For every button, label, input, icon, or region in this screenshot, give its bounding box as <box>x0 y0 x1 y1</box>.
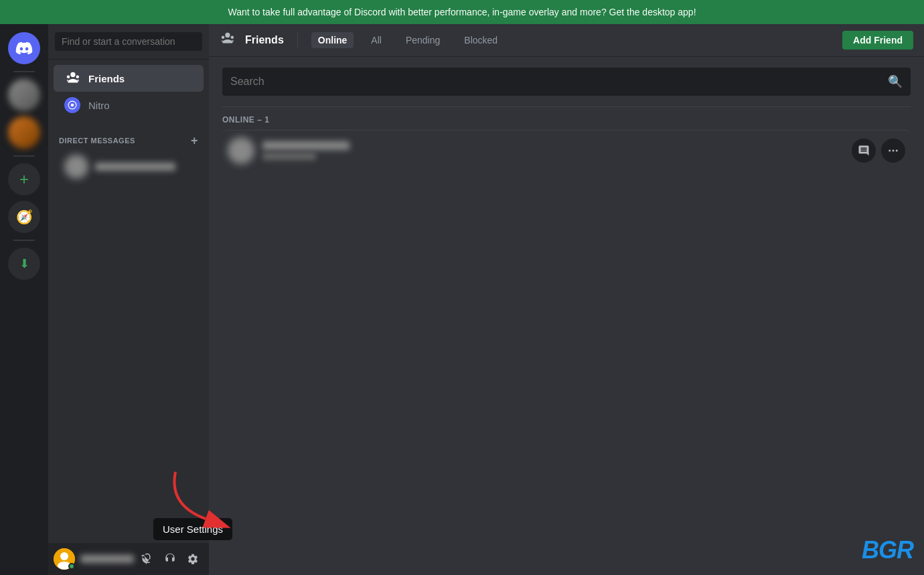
direct-messages-label: DIRECT MESSAGES <box>59 137 135 145</box>
dm-list-item[interactable] <box>54 149 204 184</box>
mute-button[interactable] <box>137 548 158 570</box>
tab-all[interactable]: All <box>364 32 388 48</box>
friend-avatar <box>228 137 254 164</box>
find-conversation-input[interactable] <box>55 32 202 51</box>
plus-icon: + <box>19 170 29 189</box>
dm-nav-items: Friends Nitro <box>48 60 209 124</box>
sidebar-item-friends[interactable]: Friends <box>54 65 204 92</box>
download-icon: ⬇ <box>19 256 29 271</box>
friends-label: Friends <box>88 73 125 84</box>
banner-text: Want to take full advantage of Discord w… <box>228 7 696 17</box>
add-friend-button[interactable]: Add Friend <box>842 31 913 50</box>
server-rail-separator-2 <box>13 155 35 157</box>
server-rail-separator-3 <box>13 240 35 241</box>
dm-username <box>95 163 175 171</box>
main-content: Friends Online All Pending Blocked Add F… <box>209 24 924 575</box>
svg-point-7 <box>893 150 895 152</box>
friend-status <box>262 153 316 160</box>
svg-point-8 <box>896 150 898 152</box>
svg-point-3 <box>60 552 68 560</box>
friends-header: Friends Online All Pending Blocked Add F… <box>209 24 924 57</box>
more-options-button[interactable] <box>881 139 905 163</box>
friend-actions <box>852 139 905 163</box>
user-avatar-container <box>54 548 75 570</box>
nitro-icon <box>64 97 80 113</box>
friends-body: 🔍 ONLINE – 1 <box>209 57 924 575</box>
friends-header-icon <box>220 31 234 50</box>
user-controls: User Settings <box>137 548 204 570</box>
dm-search-container[interactable] <box>48 24 209 60</box>
add-server-button[interactable]: + <box>8 163 40 195</box>
friends-page-title: Friends <box>245 34 284 46</box>
online-section-label: ONLINE – 1 <box>222 106 911 125</box>
server-rail-separator <box>13 71 35 72</box>
sidebar-item-nitro[interactable]: Nitro <box>54 92 204 118</box>
friends-icon <box>64 70 80 86</box>
tab-blocked[interactable]: Blocked <box>457 32 504 48</box>
server-icon-blurred-1[interactable] <box>8 79 40 111</box>
online-status-dot <box>68 563 75 570</box>
desktop-app-banner: Want to take full advantage of Discord w… <box>0 0 924 24</box>
search-icon: 🔍 <box>888 74 903 89</box>
friend-info <box>262 141 852 160</box>
header-divider <box>297 32 298 48</box>
download-apps-button[interactable]: ⬇ <box>8 248 40 280</box>
friends-search-input[interactable] <box>230 68 888 96</box>
send-message-button[interactable] <box>852 139 876 163</box>
dm-panel: Friends Nitro DIRECT MESSAGES + <box>48 24 209 575</box>
explore-servers-button[interactable]: 🧭 <box>8 201 40 233</box>
server-icon-blurred-2[interactable] <box>8 116 40 149</box>
deafen-button[interactable] <box>159 548 181 570</box>
friends-search-bar[interactable]: 🔍 <box>222 68 911 96</box>
dm-section-header: DIRECT MESSAGES + <box>48 124 209 149</box>
user-settings-button[interactable]: User Settings <box>182 548 204 570</box>
server-rail: + 🧭 ⬇ <box>0 24 48 575</box>
compass-icon: 🧭 <box>16 209 33 225</box>
tab-pending[interactable]: Pending <box>399 32 447 48</box>
svg-point-1 <box>71 104 74 107</box>
username-display <box>80 555 134 563</box>
dm-avatar <box>64 155 88 179</box>
new-dm-button[interactable]: + <box>191 135 198 147</box>
svg-point-6 <box>889 150 891 152</box>
friend-list-item[interactable] <box>222 130 911 171</box>
tab-online[interactable]: Online <box>311 32 354 48</box>
discord-home-button[interactable] <box>8 32 40 64</box>
user-bar: User Settings <box>48 543 209 575</box>
nitro-label: Nitro <box>88 100 110 111</box>
friend-name <box>262 141 350 150</box>
